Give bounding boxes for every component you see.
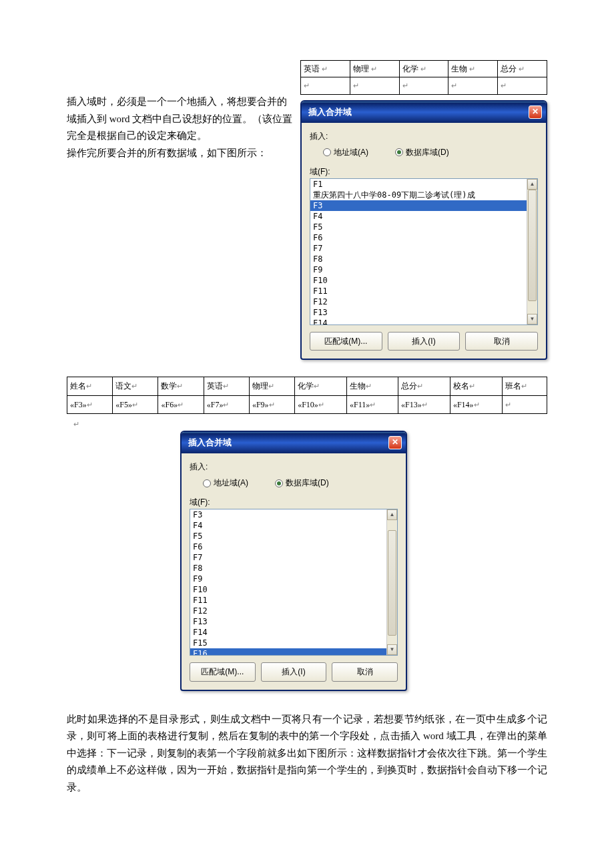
match-fields-button[interactable]: 匹配域(M)... [310, 332, 382, 351]
dialog2-wrap: 插入合并域 ✕ 插入: 地址域(A) 数据库域(D) 域(F): F3F4F5F… [180, 431, 407, 691]
list-item[interactable]: F14 [190, 627, 386, 638]
button-row: 匹配域(M)... 插入(I) 取消 [310, 332, 538, 351]
result-td: «F3»↵ [67, 395, 113, 413]
list-item[interactable]: F5 [310, 222, 527, 232]
result-th: 语文↵ [113, 377, 158, 395]
insert-button[interactable]: 插入(I) [388, 332, 460, 351]
result-td: ↵ [502, 395, 547, 413]
listbox-items: F3F4F5F6F7F8F9F10F11F12F13F14F15F16F17 [190, 509, 386, 655]
radio-database-label: 数据库域(D) [406, 146, 449, 159]
close-icon[interactable]: ✕ [529, 105, 542, 119]
list-item[interactable]: F12 [190, 606, 386, 616]
scrollbar[interactable]: ▲ ▼ [386, 509, 397, 655]
insert-merge-field-dialog-2: 插入合并域 ✕ 插入: 地址域(A) 数据库域(D) 域(F): F3F4F5F… [180, 431, 407, 691]
list-item[interactable]: F4 [310, 211, 527, 222]
mini-th: 生物 ↵ [448, 61, 498, 77]
list-item[interactable]: 重庆第四十八中学08-09下期二诊考试(理)成 [310, 190, 527, 200]
dialog2-title: 插入合并域 [188, 435, 232, 450]
list-item[interactable]: F10 [310, 275, 527, 286]
radio-database-label: 数据库域(D) [286, 476, 329, 489]
result-th: 校名↵ [450, 377, 502, 395]
cancel-button[interactable]: 取消 [465, 332, 538, 351]
list-item[interactable]: F11 [190, 595, 386, 606]
result-td: «F10»↵ [295, 395, 347, 413]
list-item[interactable]: F5 [190, 531, 386, 541]
mini-th: 化学 ↵ [399, 61, 448, 77]
list-item[interactable]: F9 [190, 574, 386, 584]
mini-table-header-row: 英语 ↵ 物理 ↵ 化学 ↵ 生物 ↵ 总分 ↵ [301, 61, 547, 77]
fields-listbox[interactable]: F3F4F5F6F7F8F9F10F11F12F13F14F15F16F17 ▲… [190, 509, 398, 656]
intro-paragraph-2: 操作完所要合并的所有数据域，如下图所示： [67, 145, 294, 162]
list-item[interactable]: F10 [190, 584, 386, 595]
list-item[interactable]: F8 [190, 563, 386, 574]
list-item[interactable]: F9 [310, 264, 527, 275]
scroll-thumb[interactable] [528, 190, 537, 301]
result-th: 数学↵ [158, 377, 204, 395]
mini-th: 总分 ↵ [498, 61, 547, 77]
paragraph-mark: ↵ [73, 418, 547, 431]
scroll-up-icon[interactable]: ▲ [387, 509, 397, 520]
radio-group: 地址域(A) 数据库域(D) [203, 476, 398, 489]
result-td: «F13»↵ [398, 395, 450, 413]
mini-table-empty-row: ↵ ↵ ↵ ↵ ↵ [301, 77, 547, 94]
button-row: 匹配域(M)... 插入(I) 取消 [190, 662, 398, 681]
top-right-column: 英语 ↵ 物理 ↵ 化学 ↵ 生物 ↵ 总分 ↵ ↵ ↵ ↵ ↵ ↵ 插入合并域… [300, 60, 547, 360]
result-td: «F11»↵ [347, 395, 398, 413]
radio-address-field[interactable]: 地址域(A) [323, 146, 368, 159]
result-table: 姓名↵ 语文↵ 数学↵ 英语↵ 物理↵ 化学↵ 生物↵ 总分↵ 校名↵ 班名↵ … [67, 377, 547, 414]
scroll-thumb[interactable] [388, 530, 396, 636]
result-td: «F5»↵ [113, 395, 158, 413]
list-item[interactable]: F8 [310, 254, 527, 264]
result-td: «F9»↵ [249, 395, 294, 413]
radio-database-field[interactable]: 数据库域(D) [275, 476, 329, 489]
list-item[interactable]: F13 [190, 616, 386, 627]
result-th: 物理↵ [249, 377, 294, 395]
result-th: 班名↵ [502, 377, 547, 395]
list-item[interactable]: F6 [190, 541, 386, 552]
match-fields-button[interactable]: 匹配域(M)... [190, 662, 256, 681]
scroll-up-icon[interactable]: ▲ [527, 179, 537, 190]
list-item[interactable]: F6 [310, 232, 527, 243]
dialog1-title: 插入合并域 [308, 105, 352, 120]
list-item[interactable]: F3 [310, 200, 527, 211]
fields-label: 域(F): [190, 495, 398, 509]
list-item[interactable]: F7 [190, 552, 386, 563]
list-item[interactable]: F14 [310, 318, 527, 325]
list-item[interactable]: F16 [190, 648, 386, 656]
scroll-down-icon[interactable]: ▼ [387, 644, 397, 655]
radio-icon [275, 479, 283, 487]
dialog1-titlebar[interactable]: 插入合并域 ✕ [302, 101, 546, 123]
scrollbar[interactable]: ▲ ▼ [527, 179, 537, 324]
fields-listbox[interactable]: F1重庆第四十八中学08-09下期二诊考试(理)成F3F4F5F6F7F8F9F… [310, 178, 538, 325]
radio-icon [203, 479, 211, 487]
scroll-track[interactable] [387, 520, 397, 644]
insert-merge-field-dialog-1: 插入合并域 ✕ 插入: 地址域(A) 数据库域(D) 域(F): [300, 100, 547, 361]
list-item[interactable]: F15 [190, 638, 386, 648]
radio-database-field[interactable]: 数据库域(D) [395, 146, 449, 159]
mini-th: 英语 ↵ [301, 61, 350, 77]
close-icon[interactable]: ✕ [388, 436, 402, 449]
list-item[interactable]: F1 [310, 179, 527, 190]
radio-icon [395, 148, 403, 156]
scroll-track[interactable] [527, 190, 537, 314]
list-item[interactable]: F4 [190, 520, 386, 531]
scroll-down-icon[interactable]: ▼ [527, 314, 537, 324]
mini-th: 物理 ↵ [350, 61, 399, 77]
result-header-row: 姓名↵ 语文↵ 数学↵ 英语↵ 物理↵ 化学↵ 生物↵ 总分↵ 校名↵ 班名↵ [67, 377, 547, 395]
result-data-row: «F3»↵ «F5»↵ «F6»↵ «F7»↵ «F9»↵ «F10»↵ «F1… [67, 395, 547, 413]
list-item[interactable]: F7 [310, 243, 527, 254]
list-item[interactable]: F11 [310, 286, 527, 296]
radio-address-label: 地址域(A) [214, 476, 248, 489]
insert-button[interactable]: 插入(I) [261, 662, 327, 681]
dialog2-titlebar[interactable]: 插入合并域 ✕ [182, 432, 406, 453]
cancel-button[interactable]: 取消 [332, 662, 398, 681]
radio-address-field[interactable]: 地址域(A) [203, 476, 248, 489]
radio-address-label: 地址域(A) [334, 146, 368, 159]
intro-text: 插入域时，必须是一个一个地插入，将想要合并的域插入到 word 文档中自己设想好… [67, 60, 294, 360]
result-td: «F14»↵ [450, 395, 502, 413]
dialog1-body: 插入: 地址域(A) 数据库域(D) 域(F): F1重庆第四十八中学08-09… [302, 123, 546, 359]
list-item[interactable]: F3 [190, 509, 386, 520]
list-item[interactable]: F12 [310, 296, 527, 307]
radio-group: 地址域(A) 数据库域(D) [323, 146, 538, 159]
list-item[interactable]: F13 [310, 307, 527, 318]
